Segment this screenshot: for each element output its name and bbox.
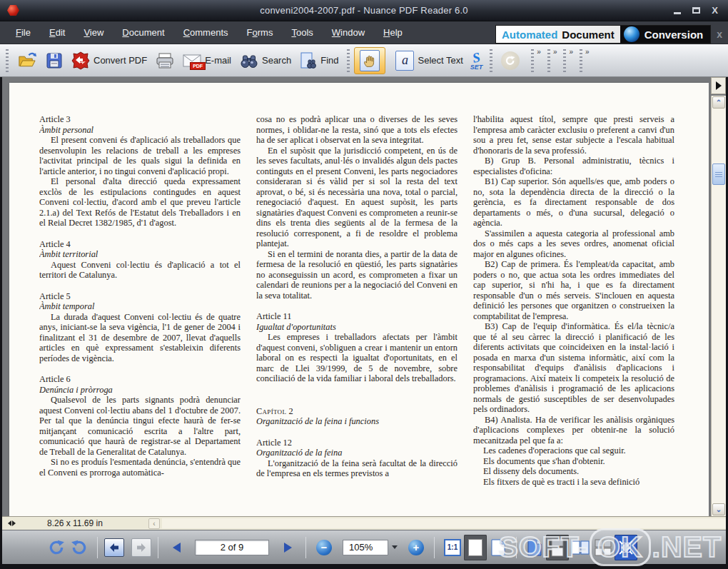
document-paragraph: La durada d'aquest Conveni col·lectiu és… — [39, 312, 241, 364]
actual-size-button[interactable]: 1:1 — [441, 535, 464, 560]
undo-icon — [501, 51, 520, 70]
overflow-chevron-icon: » — [585, 48, 589, 56]
zoom-in-icon: + — [408, 540, 424, 555]
banner-close-icon[interactable]: x — [717, 29, 722, 40]
fit-width-icon — [491, 539, 505, 556]
select-text-button[interactable]: a Select Text — [391, 49, 467, 73]
fit-page-button[interactable] — [464, 535, 487, 560]
zoom-dropdown-caret-icon[interactable] — [392, 545, 398, 549]
menu-item-comments[interactable]: Comments — [183, 27, 228, 38]
email-label: E-mail — [205, 55, 231, 66]
scrollbar-thumb[interactable] — [712, 163, 725, 185]
continuous-view-button[interactable] — [546, 535, 569, 560]
undo-button[interactable] — [497, 49, 524, 72]
set-icon: S — [471, 50, 481, 65]
collapsed-toolbar-stub[interactable]: » — [580, 46, 589, 75]
scroll-down-button[interactable]: ⌄ — [712, 503, 725, 515]
convert-pdf-button[interactable]: Convert PDF — [67, 49, 151, 72]
full-screen-button[interactable] — [615, 535, 637, 560]
article-heading: Article 4 — [39, 239, 241, 250]
menu-item-document[interactable]: Document — [122, 27, 164, 38]
single-page-icon — [527, 539, 542, 556]
text-column-3: l'habilita aquest títol, sempre que pres… — [473, 114, 674, 516]
next-page-button[interactable] — [276, 535, 299, 560]
article-heading: Article 5 — [39, 291, 241, 302]
document-paragraph: Les cadenes d'operacions que cal seguir. — [473, 445, 674, 456]
hand-tool-button[interactable] — [354, 47, 385, 74]
rotate-counterclockwise-button[interactable] — [68, 535, 91, 560]
brand-automated: Automated — [502, 29, 557, 41]
article-heading: Article 12 — [256, 438, 457, 448]
facing-pages-icon — [571, 539, 590, 556]
splitter-handle-icon[interactable] — [8, 520, 16, 526]
select-text-icon: a — [395, 51, 414, 71]
menu-item-tools[interactable]: Tools — [291, 27, 313, 38]
document-paragraph: En el supòsit que la jurisdicció compete… — [256, 146, 457, 249]
collapsed-toolbar-stub[interactable]: » — [547, 46, 557, 75]
page-columns: Article 3Àmbit personalEl present conven… — [9, 83, 709, 516]
scroll-up-button[interactable]: ⌃ — [712, 96, 725, 109]
menu-item-edit[interactable]: Edit — [49, 27, 65, 38]
fit-page-icon — [468, 539, 482, 556]
zoom-out-button[interactable]: − — [313, 535, 335, 560]
pdf-page[interactable]: Article 3Àmbit personalEl present conven… — [9, 83, 709, 516]
branding-banner: Automated Document Conversion x — [495, 25, 725, 44]
find-button[interactable]: Find — [295, 50, 343, 71]
menu-item-file[interactable]: File — [16, 27, 31, 38]
facing-pages-button[interactable] — [569, 535, 592, 560]
fit-width-button[interactable] — [487, 535, 510, 560]
print-button[interactable] — [151, 50, 178, 71]
set-tool-button[interactable]: S SET — [470, 51, 483, 71]
continuous-facing-button[interactable] — [592, 535, 615, 560]
menu-item-view[interactable]: View — [84, 27, 103, 38]
title-bar: conveni2004-2007.pdf - Nuance PDF Reader… — [0, 0, 728, 21]
collapsed-toolbar-stub[interactable]: » — [563, 46, 572, 75]
overflow-chevron-icon: » — [553, 48, 557, 56]
email-button[interactable]: PDF E-mail — [178, 51, 236, 70]
save-button[interactable] — [41, 50, 67, 71]
single-page-button[interactable] — [523, 535, 546, 560]
document-paragraph: Aquest Conveni col·lectiu és d'aplicació… — [39, 260, 241, 281]
menu-item-window[interactable]: Window — [332, 27, 365, 38]
rotate-clockwise-button[interactable] — [45, 535, 68, 560]
pdf-badge: PDF — [190, 62, 206, 70]
menu-item-forms[interactable]: Forms — [247, 27, 273, 38]
continuous-view-icon — [550, 538, 565, 557]
page-size-label: 8.26 x 11.69 in — [47, 518, 103, 528]
document-paragraph: Les empreses i treballadors afectats per… — [256, 332, 457, 384]
panel-expand-button[interactable] — [711, 77, 726, 94]
article-heading: Capítol 2 — [256, 406, 457, 417]
text-column-1: Article 3Àmbit personalEl present conven… — [39, 114, 241, 516]
full-screen-icon — [617, 539, 635, 556]
toolbar-grip[interactable] — [6, 49, 9, 72]
go-forward-button[interactable] — [131, 538, 151, 557]
brand-sphere-icon — [624, 26, 639, 42]
search-button[interactable]: Search — [236, 51, 295, 71]
main-toolbar: Convert PDF PDF E-mail — [0, 44, 728, 77]
horizontal-scrollbar[interactable] — [162, 518, 726, 528]
menu-bar: FileEditViewDocumentCommentsFormsToolsWi… — [0, 21, 728, 44]
open-button[interactable] — [13, 49, 41, 71]
previous-page-button[interactable] — [165, 535, 188, 560]
zoom-level-select[interactable]: 105% — [343, 540, 388, 555]
go-back-button[interactable] — [104, 538, 124, 557]
app-window: conveni2004-2007.pdf - Nuance PDF Reader… — [0, 0, 728, 569]
page-indicator[interactable]: 2 of 9 — [195, 540, 269, 555]
convert-pdf-icon — [71, 51, 90, 70]
toolbar-grip[interactable] — [490, 49, 492, 72]
vertical-scrollbar[interactable]: ⌃ ⌄ — [711, 96, 726, 516]
collapsed-toolbar-stub[interactable]: » — [531, 46, 540, 75]
menu-item-help[interactable]: Help — [383, 27, 403, 38]
document-paragraph: Igualtat d'oportunitats — [256, 322, 457, 333]
convert-pdf-label: Convert PDF — [93, 55, 147, 66]
document-paragraph: l'habilita aquest títol, sempre que pres… — [473, 114, 674, 156]
bottom-toolbar: 2 of 9 − 105% + 1:1 — [2, 530, 726, 564]
document-paragraph: Organització de la feina i funcions — [256, 416, 457, 427]
document-paragraph: B) Grup B. Personal administratiu, tècni… — [473, 156, 674, 176]
zoom-in-button[interactable]: + — [405, 535, 428, 560]
scroll-left-button[interactable]: ‹ — [148, 518, 160, 529]
article-heading: Article 3 — [39, 114, 241, 125]
rotate-counterclockwise-icon — [71, 539, 88, 556]
document-paragraph: El present conveni és d'aplicació als tr… — [39, 135, 241, 176]
toolbar-grip[interactable] — [347, 49, 350, 72]
